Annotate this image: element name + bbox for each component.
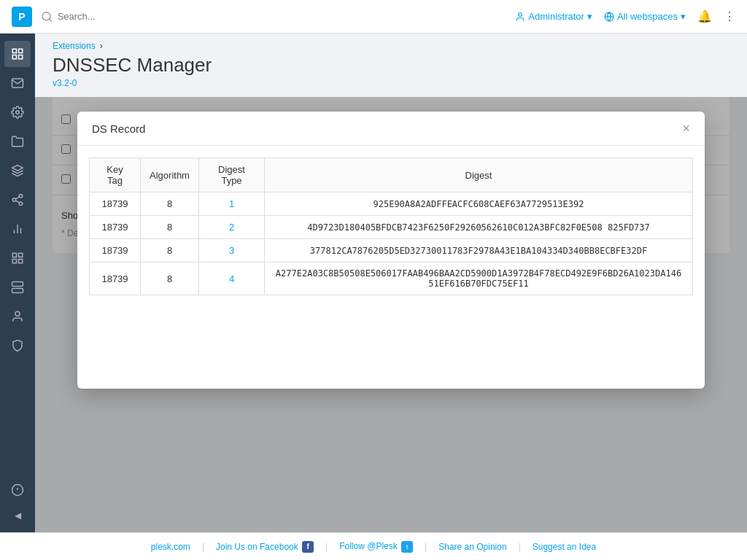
algorithm-cell: 8 xyxy=(141,239,199,262)
svg-point-11 xyxy=(19,195,23,198)
modal-body: KeyTag Algorithm DigestType Digest 18739… xyxy=(77,146,705,307)
svg-rect-7 xyxy=(12,55,16,59)
help-icon xyxy=(11,483,24,497)
admin-menu[interactable]: Administrator ▾ xyxy=(515,11,592,22)
modal-header: DS Record × xyxy=(77,112,705,146)
sidebar-item-files[interactable] xyxy=(4,128,31,155)
digest-cell: 377812CA7876205D5ED32730011783F2978A43E1… xyxy=(265,239,693,262)
svg-rect-24 xyxy=(12,289,23,293)
svg-rect-19 xyxy=(12,253,16,257)
sidebar-item-home[interactable] xyxy=(4,41,31,67)
page-title: DNSSEC Manager xyxy=(53,54,729,77)
svg-line-1 xyxy=(50,19,52,21)
sidebar-item-docker[interactable] xyxy=(4,274,31,300)
digest-cell: 925E90A8A2ADFFEACFC608CAEF63A7729513E392 xyxy=(265,192,693,216)
svg-rect-5 xyxy=(12,49,16,52)
topbar: P Administrator ▾ All webspaces ▾ 🔔 ⋮ xyxy=(0,0,747,34)
ds-record-row: 18739 8 2 4D9723D180405BFDCB7423F6250F29… xyxy=(90,216,693,239)
sidebar-item-more[interactable] xyxy=(4,245,31,271)
svg-point-2 xyxy=(519,12,522,16)
svg-point-0 xyxy=(42,12,50,20)
shield-icon xyxy=(11,339,24,352)
page-version: v3.2-0 xyxy=(53,78,729,88)
sidebar-item-security[interactable] xyxy=(4,332,31,359)
modal-overlay: DS Record × KeyTag Algorithm DigestType … xyxy=(35,97,747,532)
digest-cell: A277E2A03C8B50508E506017FAAB496BAA2CD590… xyxy=(265,262,693,295)
svg-rect-22 xyxy=(19,260,23,263)
page-header: DNSSEC Manager v3.2-0 xyxy=(35,51,747,97)
search-container xyxy=(41,10,260,23)
algorithm-cell: 8 xyxy=(141,192,199,216)
search-input[interactable] xyxy=(58,11,260,22)
main-layout: ◀ Extensions › DNSSEC Manager v3.2-0 kat… xyxy=(0,34,747,532)
svg-line-15 xyxy=(15,197,19,199)
digest-type-cell: 3 xyxy=(199,239,265,262)
table-header-row: KeyTag Algorithm DigestType Digest xyxy=(90,158,693,192)
svg-line-14 xyxy=(15,201,19,203)
svg-point-27 xyxy=(15,311,20,316)
server-icon xyxy=(11,281,24,294)
svg-point-9 xyxy=(16,111,20,114)
modal-title: DS Record xyxy=(92,122,145,135)
svg-rect-20 xyxy=(19,253,23,257)
sidebar-item-help[interactable] xyxy=(4,477,31,503)
key-tag-cell: 18739 xyxy=(90,262,141,295)
footer-idea-link[interactable]: Suggest an Idea xyxy=(533,542,596,552)
svg-point-12 xyxy=(12,198,16,202)
sidebar-item-settings[interactable] xyxy=(4,99,31,125)
col-key-tag: KeyTag xyxy=(90,158,141,192)
topbar-right: Administrator ▾ All webspaces ▾ 🔔 ⋮ xyxy=(515,9,735,23)
ds-record-row: 18739 8 3 377812CA7876205D5ED32730011783… xyxy=(90,239,693,262)
digest-type-cell: 2 xyxy=(199,216,265,239)
col-algorithm: Algorithm xyxy=(141,158,199,192)
key-tag-cell: 18739 xyxy=(90,216,141,239)
key-tag-cell: 18739 xyxy=(90,192,141,216)
sidebar-item-users[interactable] xyxy=(4,303,31,330)
facebook-icon: f xyxy=(302,541,314,553)
modal-close-button[interactable]: × xyxy=(682,122,690,135)
sidebar-item-mail[interactable] xyxy=(4,70,31,96)
globe-icon xyxy=(604,12,614,22)
sidebar-item-apps[interactable] xyxy=(4,158,31,184)
svg-rect-8 xyxy=(19,55,23,59)
svg-rect-23 xyxy=(12,282,23,287)
ds-record-modal: DS Record × KeyTag Algorithm DigestType … xyxy=(77,112,705,389)
user-icon xyxy=(515,12,525,22)
algorithm-cell: 8 xyxy=(141,216,199,239)
topbar-more-button[interactable]: ⋮ xyxy=(724,9,735,23)
footer-plesk-link[interactable]: plesk.com xyxy=(151,542,190,552)
col-digest: Digest xyxy=(265,158,693,192)
admin-chevron: ▾ xyxy=(587,11,592,22)
footer-follow-link[interactable]: Follow @Plesk t xyxy=(339,541,413,553)
webspace-chevron: ▾ xyxy=(681,11,686,22)
digest-type-cell: 1 xyxy=(199,192,265,216)
grid-icon xyxy=(11,252,24,265)
footer-opinion-link[interactable]: Share an Opinion xyxy=(438,542,506,552)
webspace-menu[interactable]: All webspaces ▾ xyxy=(604,11,686,22)
ds-record-row: 18739 8 1 925E90A8A2ADFFEACFC608CAEF63A7… xyxy=(90,192,693,216)
svg-marker-10 xyxy=(12,166,23,171)
notifications-button[interactable]: 🔔 xyxy=(697,9,712,23)
digest-cell: 4D9723D180405BFDCB7423F6250F29260562610C… xyxy=(265,216,693,239)
home-icon xyxy=(11,47,24,61)
breadcrumb-extensions[interactable]: Extensions xyxy=(53,41,96,51)
content-scroll: katzion-demo03.com Signing Completed at … xyxy=(35,97,747,532)
col-digest-type: DigestType xyxy=(199,158,265,192)
svg-rect-6 xyxy=(19,49,23,52)
ds-record-row: 18739 8 4 A277E2A03C8B50508E506017FAAB49… xyxy=(90,262,693,295)
ds-record-table: KeyTag Algorithm DigestType Digest 18739… xyxy=(89,158,693,295)
breadcrumb-separator: › xyxy=(100,41,103,51)
sidebar: ◀ xyxy=(0,34,35,532)
key-tag-cell: 18739 xyxy=(90,239,141,262)
footer-facebook-link[interactable]: Join Us on Facebook f xyxy=(216,541,314,553)
search-icon xyxy=(41,10,53,23)
bar-chart-icon xyxy=(11,222,24,236)
plesk-logo: P xyxy=(12,7,32,27)
mail-icon xyxy=(11,77,24,90)
svg-rect-21 xyxy=(12,260,16,263)
sidebar-item-stats[interactable] xyxy=(4,216,31,242)
algorithm-cell: 8 xyxy=(141,262,199,295)
sidebar-collapse-button[interactable]: ◀ xyxy=(9,505,27,526)
sidebar-item-share[interactable] xyxy=(4,187,31,213)
share-icon xyxy=(11,193,24,206)
